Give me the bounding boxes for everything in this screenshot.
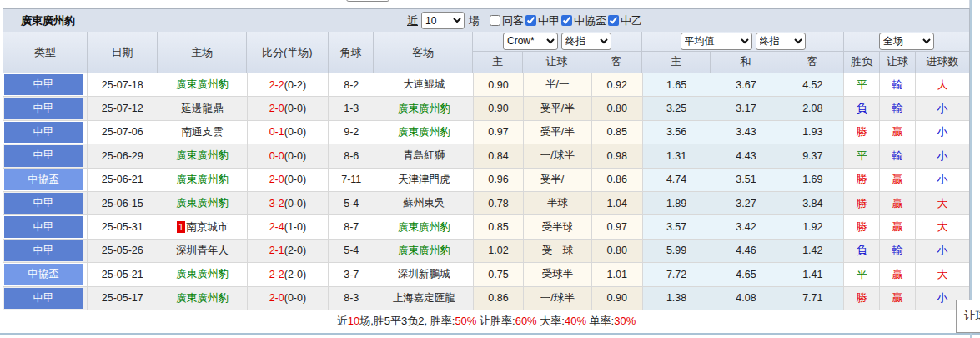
avg-home-odds: 1.31 [643,144,711,168]
summary-part: 10 [348,315,359,327]
league-checkbox[interactable] [561,15,572,26]
stats-panel: 近 10 場 同客 中甲中協盃中乙 廣東廣州豹 近 10 場 [3,0,970,333]
away-team: 深圳新鵬城 [374,263,474,286]
away-team-name: 大連鯤城 [403,78,445,92]
avg-draw-odds: 3.51 [711,169,782,192]
home-team: 廣東廣州豹 [158,287,248,310]
home-team: 1 南京城市 [158,215,248,239]
crow-home-odds: 0.75 [474,263,524,286]
col-header-away: 客场 [374,32,473,73]
handicap-outcome: 贏 [880,192,916,215]
score-cell: 2-0 (0-0) [248,287,329,310]
col-header-avg-home: 主 [642,52,711,73]
handicap-tooltip: 让球 [956,300,980,333]
crow-odds-group: Crow* 终指 [473,32,642,52]
crow-away-odds: 1.01 [592,263,643,286]
crow-home-odds: 0.78 [474,192,524,215]
same-away-toggle[interactable]: 同客 [490,13,524,28]
avg-draw-odds: 4.08 [711,287,782,310]
result-outcome: 平 [844,73,880,97]
result-outcome: 勝 [844,121,880,144]
corner-score: 1-3 [329,97,374,120]
score-cell: 0-0 (0-0) [248,144,329,168]
away-team-name: 廣東廣州豹 [398,244,450,258]
same-away-checkbox[interactable] [490,15,500,26]
away-team: 蘇州東吳 [374,192,474,215]
recent-label[interactable]: 近 [407,13,418,28]
halftime-score: (1-0) [284,221,306,233]
games-label: 場 [469,13,480,28]
table-title-bar: 廣東廣州豹 近 10 場 同客 中甲中協盃中乙 [3,8,970,32]
avg-draw-odds: 3.67 [711,73,782,97]
fulltime-score: 2-0 [269,174,284,185]
corner-score: 8-6 [329,144,374,168]
goals-outcome: 大 [916,73,969,97]
summary-part: 50% [455,315,476,327]
odds-source-select[interactable]: Crow* [503,33,558,50]
crow-handicap: 一/球半 [524,287,592,310]
fulltime-score: 2-2 [269,79,284,91]
away-team-name: 廣東廣州豹 [398,220,450,235]
crow-home-odds: 0.90 [474,73,524,97]
col-header-corner: 角球 [329,32,374,73]
avg-draw-odds: 3.42 [711,215,782,239]
corner-score: 5-4 [329,240,374,263]
match-row: 中甲 25-05-26 深圳青年人 2-1 (2-0) 5-4 廣東廣州豹 1.… [3,240,969,263]
score-cell: 2-0 (0-0) [248,97,329,120]
odds-header-block: Crow* 终指 平均值 终指 [473,32,969,73]
goals-outcome: 小 [916,121,969,144]
crow-handicap: 半/一 [524,73,592,97]
league-filter-toggle[interactable]: 中甲 [525,13,560,28]
crow-home-odds: 0.96 [474,169,524,192]
match-date: 25-05-31 [88,215,158,239]
result-outcome: 負 [844,97,880,120]
type-cell: 中甲 [3,192,88,215]
average-source-select[interactable]: 平均值 [681,33,752,50]
match-row: 中甲 25-07-18 廣東廣州豹 2-2 (0-2) 8-2 大連鯤城 0.9… [3,73,969,97]
handicap-outcome: 贏 [880,169,916,192]
league-checkbox[interactable] [608,15,619,26]
away-team-name: 青島紅獅 [403,149,445,163]
league-filter-toggle: 中甲 [450,0,485,1]
fulltime-score: 2-4 [269,221,284,233]
crow-home-odds: 0.97 [474,121,524,144]
summary-part: 让胜率: [476,315,515,327]
league-filter-toggle: 中乙 [533,0,567,1]
league-filter-toggle[interactable]: 中乙 [608,13,642,28]
divider-bottom [0,333,980,335]
odds-subheader-row: 主 让球 客 主 和 客 胜负 让球 进球数 [473,52,969,73]
avg-home-odds: 1.65 [643,73,711,97]
league-filter-toggle[interactable]: 中協盃 [561,13,606,28]
crow-handicap: 受半/一 [524,169,592,192]
goals-outcome: 小 [916,240,969,263]
home-team-name: 延邊龍鼎 [182,102,224,116]
match-row: 中協盃 25-06-21 廣東廣州豹 2-0 (0-0) 7-11 天津津門虎 … [3,169,969,192]
home-team-name: 廣東廣州豹 [176,78,229,92]
league-checkbox[interactable] [525,15,536,26]
home-team: 廣東廣州豹 [158,192,248,215]
home-team-name: 廣東廣州豹 [176,149,229,163]
summary-part: 场,胜5平3负2, 胜率: [359,315,455,327]
crow-away-odds: 1.04 [592,192,643,215]
scope-select[interactable]: 全场 [879,33,934,50]
away-team-name: 天津津門虎 [398,173,450,187]
average-odds-group: 平均值 终指 [642,32,844,52]
avg-home-odds: 7.72 [643,263,711,286]
recent-count-select[interactable]: 10 [421,12,465,29]
odds-group-row: Crow* 终指 平均值 终指 [473,32,969,52]
fulltime-score: 2-1 [269,245,284,256]
filter-controls: 近 10 場 同客 中甲中協盃中乙 [407,9,642,32]
type-cell: 中甲 [3,215,88,239]
corner-score: 8-7 [329,215,374,239]
average-final-index-select[interactable]: 终指 [756,33,806,50]
avg-away-odds: 1.69 [781,169,844,192]
away-team: 青島紅獅 [374,144,474,168]
fulltime-scope-group: 全场 [844,32,969,52]
col-header-score: 比分(半场) [247,32,329,73]
summary-part: 40% [565,315,586,327]
avg-away-odds: 7.71 [781,287,844,310]
crow-final-index-select[interactable]: 终指 [561,33,611,50]
avg-away-odds: 1.93 [781,121,844,144]
crow-away-odds: 0.85 [592,121,643,144]
league-label: 中乙 [621,13,642,28]
